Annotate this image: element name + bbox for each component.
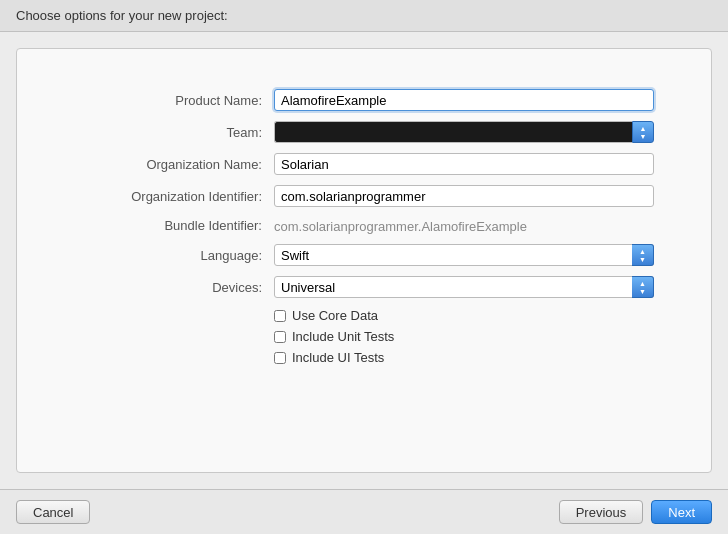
team-select-wrapper [274, 121, 654, 143]
devices-select-wrapper: Universal iPhone iPad [274, 276, 654, 298]
include-unit-tests-checkbox[interactable] [274, 331, 286, 343]
team-dropdown-arrow[interactable] [632, 121, 654, 143]
next-button[interactable]: Next [651, 500, 712, 524]
options-panel: Product Name: Team: Organization Name: O… [16, 48, 712, 473]
use-core-data-label: Use Core Data [292, 308, 378, 323]
language-select-wrapper: Swift Objective-C [274, 244, 654, 266]
include-ui-tests-checkbox[interactable] [274, 352, 286, 364]
devices-row: Devices: Universal iPhone iPad [74, 276, 654, 298]
org-identifier-label: Organization Identifier: [74, 189, 274, 204]
use-core-data-row: Use Core Data [274, 308, 654, 323]
bundle-id-value: com.solarianprogrammer.AlamofireExample [274, 217, 527, 234]
footer: Cancel Previous Next [0, 489, 728, 534]
devices-label: Devices: [74, 280, 274, 295]
use-core-data-checkbox[interactable] [274, 310, 286, 322]
include-unit-tests-label: Include Unit Tests [292, 329, 394, 344]
form-area: Product Name: Team: Organization Name: O… [74, 89, 654, 371]
cancel-button[interactable]: Cancel [16, 500, 90, 524]
language-label: Language: [74, 248, 274, 263]
devices-select[interactable]: Universal iPhone iPad [274, 276, 654, 298]
checkbox-section: Use Core Data Include Unit Tests Include… [74, 308, 654, 365]
include-ui-tests-label: Include UI Tests [292, 350, 384, 365]
previous-button[interactable]: Previous [559, 500, 644, 524]
include-unit-tests-row: Include Unit Tests [274, 329, 654, 344]
footer-right: Previous Next [559, 500, 712, 524]
team-label: Team: [74, 125, 274, 140]
org-name-label: Organization Name: [74, 157, 274, 172]
product-name-row: Product Name: [74, 89, 654, 111]
main-content: Product Name: Team: Organization Name: O… [0, 32, 728, 489]
org-identifier-input[interactable] [274, 185, 654, 207]
org-name-row: Organization Name: [74, 153, 654, 175]
title-text: Choose options for your new project: [16, 8, 228, 23]
language-select[interactable]: Swift Objective-C [274, 244, 654, 266]
org-identifier-row: Organization Identifier: [74, 185, 654, 207]
language-row: Language: Swift Objective-C [74, 244, 654, 266]
product-name-label: Product Name: [74, 93, 274, 108]
bundle-id-label: Bundle Identifier: [74, 218, 274, 233]
include-ui-tests-row: Include UI Tests [274, 350, 654, 365]
org-name-input[interactable] [274, 153, 654, 175]
team-black-box [274, 121, 632, 143]
product-name-input[interactable] [274, 89, 654, 111]
title-bar: Choose options for your new project: [0, 0, 728, 32]
bundle-id-row: Bundle Identifier: com.solarianprogramme… [74, 217, 654, 234]
team-row: Team: [74, 121, 654, 143]
